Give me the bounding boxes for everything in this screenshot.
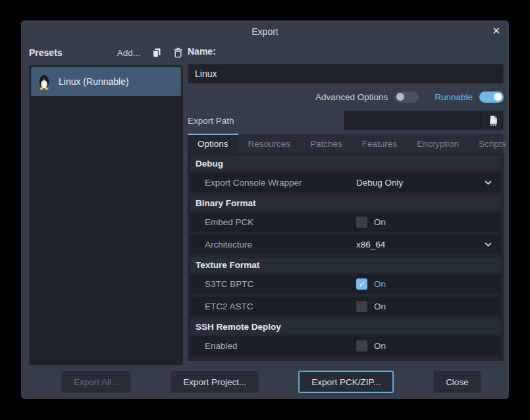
checkbox-s3tc-bptc[interactable] xyxy=(356,278,367,290)
advanced-options-toggle[interactable] xyxy=(394,92,419,103)
property-row-export-console-wrapper: Export Console WrapperDebug Only xyxy=(190,173,501,192)
tab-resources[interactable]: Resources xyxy=(238,134,301,153)
toggle-knob xyxy=(396,93,404,101)
dialog-title: Export xyxy=(21,26,509,37)
checkbox-embed-pck[interactable] xyxy=(356,217,367,228)
export-dialog: Export ✕ Presets Add... xyxy=(21,20,509,399)
section-header-texture-format: Texture Format xyxy=(190,257,501,273)
section-header-binary-format: Binary Format xyxy=(190,196,501,211)
delete-icon[interactable] xyxy=(173,47,183,58)
duplicate-icon[interactable] xyxy=(151,47,162,58)
options-panel: DebugExport Console WrapperDebug Only Bi… xyxy=(188,153,504,361)
checkbox-value-cell: On xyxy=(350,278,501,290)
export-path-input[interactable] xyxy=(344,111,484,130)
name-input[interactable] xyxy=(188,64,504,84)
property-row-enabled: EnabledOn xyxy=(190,336,501,355)
property-label: Export Console Wrapper xyxy=(190,178,350,188)
checkbox-label: On xyxy=(374,341,386,351)
chevron-down-icon xyxy=(484,242,492,248)
dropdown-architecture[interactable]: x86_64 xyxy=(350,235,501,254)
tab-bar: OptionsResourcesPatchesFeaturesEncryptio… xyxy=(188,134,504,153)
property-label: Enabled xyxy=(190,341,350,351)
property-row-architecture: Architecturex86_64 xyxy=(190,235,501,254)
presets-title: Presets xyxy=(29,47,63,58)
file-browse-icon[interactable] xyxy=(484,111,504,130)
property-label: ETC2 ASTC xyxy=(190,302,350,311)
linux-penguin-icon xyxy=(38,73,51,90)
add-preset-button[interactable]: Add... xyxy=(117,48,140,58)
tab-patches[interactable]: Patches xyxy=(300,134,352,153)
tab-options[interactable]: Options xyxy=(188,134,238,153)
checkbox-value-cell: On xyxy=(350,301,501,312)
dropdown-value: x86_64 xyxy=(356,240,385,249)
tab-encryption[interactable]: Encryption xyxy=(407,134,469,153)
section-header-ssh-remote-deploy: SSH Remote Deploy xyxy=(190,319,501,334)
export-path-row: Export Path xyxy=(188,110,504,131)
checkbox-etc2-astc[interactable] xyxy=(356,301,367,312)
export-path-label: Export Path xyxy=(188,116,234,126)
tab-features[interactable]: Features xyxy=(352,134,407,153)
chevron-down-icon xyxy=(484,180,492,186)
preset-item-linux[interactable]: Linux (Runnable) xyxy=(31,67,181,96)
property-label: Architecture xyxy=(190,240,350,249)
dropdown-value: Debug Only xyxy=(356,178,403,188)
checkbox-label: On xyxy=(374,302,386,311)
footer-buttons: Export All...Export Project...Export PCK… xyxy=(21,371,509,393)
property-row-s3tc-bptc: S3TC BPTCOn xyxy=(190,275,501,294)
property-label: S3TC BPTC xyxy=(190,279,350,289)
checkbox-enabled[interactable] xyxy=(356,340,367,352)
name-label: Name: xyxy=(188,46,216,57)
advanced-options-label: Advanced Options xyxy=(315,92,388,102)
property-row-etc2-astc: ETC2 ASTCOn xyxy=(190,297,501,316)
section-header-debug: Debug xyxy=(190,156,501,171)
checkbox-value-cell: On xyxy=(350,217,501,228)
export-all-button[interactable]: Export All... xyxy=(61,371,131,393)
property-row-embed-pck: Embed PCKOn xyxy=(190,213,501,232)
runnable-label: Runnable xyxy=(435,92,473,102)
checkbox-label: On xyxy=(374,217,386,227)
export-project-button[interactable]: Export Project... xyxy=(171,371,259,393)
preset-item-label: Linux (Runnable) xyxy=(59,76,129,87)
presets-header: Presets Add... xyxy=(29,44,183,61)
toggles-row: Advanced Options Runnable xyxy=(188,90,504,104)
preset-list: Linux (Runnable) xyxy=(29,65,183,365)
checkbox-label: On xyxy=(374,279,386,289)
close-button[interactable]: Close xyxy=(433,371,481,393)
runnable-toggle[interactable] xyxy=(479,92,504,103)
export-pck-zip-button[interactable]: Export PCK/ZIP... xyxy=(298,371,394,393)
property-label: Embed PCK xyxy=(190,217,350,227)
toggle-knob xyxy=(494,93,502,101)
checkbox-value-cell: On xyxy=(350,340,501,352)
close-icon[interactable]: ✕ xyxy=(492,24,500,38)
tab-scripts[interactable]: Scripts xyxy=(469,134,516,153)
dropdown-export-console-wrapper[interactable]: Debug Only xyxy=(350,173,501,192)
